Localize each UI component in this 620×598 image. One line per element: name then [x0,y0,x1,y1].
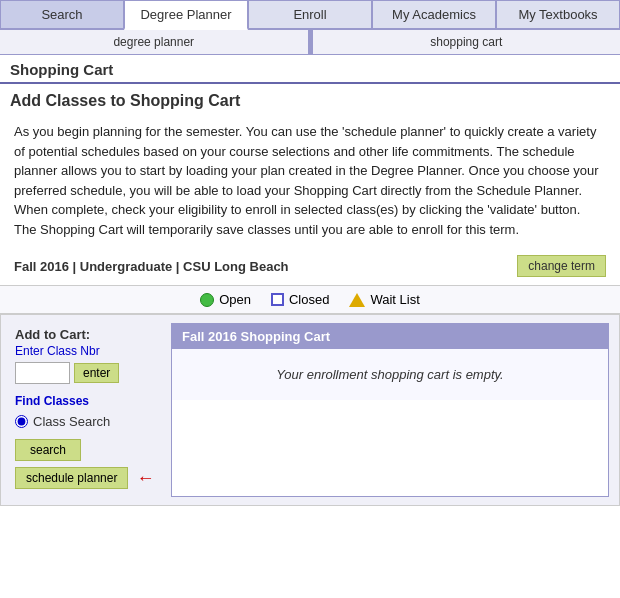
term-text: Fall 2016 | Undergraduate | CSU Long Bea… [14,259,289,274]
tab-search[interactable]: Search [0,0,124,28]
section-heading: Add Classes to Shopping Cart [0,84,620,114]
right-panel: Fall 2016 Shopping Cart Your enrollment … [171,323,609,497]
legend-open-label: Open [219,292,251,307]
subnav-degree-planner[interactable]: degree planner [0,30,309,54]
legend-closed: Closed [271,292,329,307]
closed-icon [271,293,284,306]
open-icon [200,293,214,307]
cart-header: Fall 2016 Shopping Cart [172,324,608,349]
enter-class-nbr-label: Enter Class Nbr [15,344,163,358]
enter-row: enter [15,362,163,384]
red-arrow-icon: ← [136,468,154,489]
waitlist-icon [349,293,365,307]
class-nbr-input[interactable] [15,362,70,384]
schedule-planner-button[interactable]: schedule planner [15,467,128,489]
nav-tabs: Search Degree Planner Enroll My Academic… [0,0,620,30]
left-panel: Add to Cart: Enter Class Nbr enter Find … [11,323,171,497]
class-search-radio[interactable] [15,415,28,428]
sub-nav: degree planner shopping cart [0,30,620,55]
enter-button[interactable]: enter [74,363,119,383]
tab-my-academics[interactable]: My Academics [372,0,496,28]
tab-my-textbooks[interactable]: My Textbooks [496,0,620,28]
subnav-shopping-cart[interactable]: shopping cart [313,30,621,54]
legend-closed-label: Closed [289,292,329,307]
term-bar: Fall 2016 | Undergraduate | CSU Long Bea… [0,249,620,285]
search-button[interactable]: search [15,439,81,461]
tab-degree-planner[interactable]: Degree Planner [124,0,248,30]
page-title: Shopping Cart [0,55,620,84]
schedule-planner-row: schedule planner ← [15,467,154,489]
change-term-button[interactable]: change term [517,255,606,277]
legend-waitlist: Wait List [349,292,419,307]
add-to-cart-label: Add to Cart: [15,327,163,342]
legend-open: Open [200,292,251,307]
legend-waitlist-label: Wait List [370,292,419,307]
tab-enroll[interactable]: Enroll [248,0,372,28]
main-content: Add to Cart: Enter Class Nbr enter Find … [0,314,620,506]
find-classes-label: Find Classes [15,394,163,408]
description-text: As you begin planning for the semester. … [0,114,620,249]
class-search-label: Class Search [33,414,110,429]
class-search-radio-row: Class Search [15,414,163,429]
legend-bar: Open Closed Wait List [0,285,620,314]
cart-empty-message: Your enrollment shopping cart is empty. [172,349,608,400]
